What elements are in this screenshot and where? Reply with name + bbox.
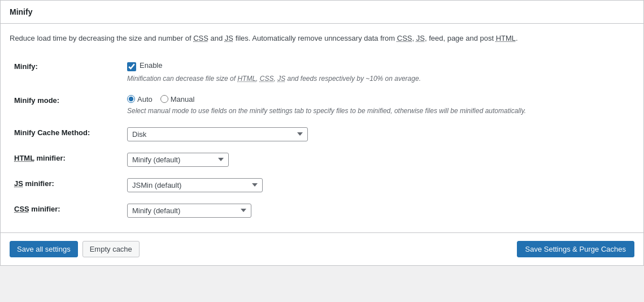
mode-auto-label: Auto xyxy=(137,95,153,103)
panel-title: Minify xyxy=(1,1,643,24)
js-minifier-select[interactable]: JSMin (default) YUI Compressor Google Cl… xyxy=(127,178,263,192)
minify-mode-helper: Select manual mode to use fields on the … xyxy=(127,106,630,116)
save-all-settings-button[interactable]: Save all settings xyxy=(10,241,78,257)
footer-left-actions: Save all settings Empty cache xyxy=(10,241,140,257)
minify-cache-method-label: Minify Cache Method: xyxy=(14,128,90,137)
minify-cache-method-select[interactable]: Disk Memory Database xyxy=(127,127,308,141)
save-settings-purge-button[interactable]: Save Settings & Purge Caches xyxy=(517,241,635,257)
mode-manual-label: Manual xyxy=(171,95,195,103)
html-minifier-select[interactable]: Minify (default) None xyxy=(127,153,229,167)
css-minifier-select[interactable]: Minify (default) YUI Compressor None xyxy=(127,204,251,218)
js-minifier-label: JS minifier: xyxy=(14,179,54,188)
minify-label: Minify: xyxy=(14,62,38,71)
minify-checkbox-label: Enable xyxy=(140,61,162,70)
minify-checkbox[interactable] xyxy=(127,62,136,71)
mode-auto-radio[interactable] xyxy=(127,95,135,103)
mode-manual-radio[interactable] xyxy=(160,95,168,103)
footer-bar: Save all settings Empty cache Save Setti… xyxy=(1,232,643,265)
minify-helper: Minification can decrease file size of H… xyxy=(127,74,630,84)
empty-cache-button[interactable]: Empty cache xyxy=(82,241,140,257)
css-minifier-label: CSS minifier: xyxy=(14,205,60,213)
html-minifier-label: HTML minifier: xyxy=(14,154,66,162)
description-text: Reduce load time by decreasing the size … xyxy=(10,33,634,44)
minify-mode-label: Minify mode: xyxy=(14,96,59,105)
